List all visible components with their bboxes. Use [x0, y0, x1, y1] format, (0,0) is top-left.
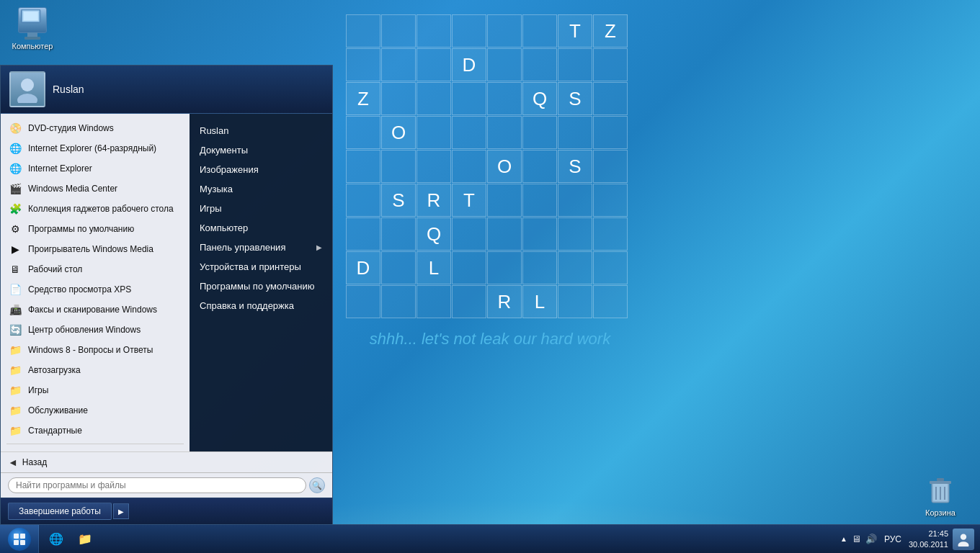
- program-label-fax: Факсы и сканирование Windows: [28, 305, 157, 315]
- system-link-documents[interactable]: Документы: [190, 140, 332, 160]
- grid-cell: [593, 184, 628, 217]
- tray-user-icon[interactable]: [953, 529, 974, 550]
- grid-cell: Q: [416, 217, 451, 251]
- grid-cell: Q: [522, 82, 557, 115]
- shutdown-arrow-button[interactable]: ▶: [113, 503, 129, 519]
- left-column: 📀 DVD-студия Windows 🌐 Internet Explorer…: [1, 114, 190, 451]
- volume-tray-icon[interactable]: 🔊: [865, 534, 877, 544]
- recycle-bin-label: Корзина: [925, 508, 956, 517]
- svg-point-10: [21, 78, 34, 91]
- grid-cell: [381, 14, 416, 48]
- grid-cell: [558, 217, 592, 251]
- grid-cell: [522, 150, 557, 183]
- program-item-win8[interactable]: 📁 Windows 8 - Вопросы и Ответы: [1, 340, 190, 360]
- system-link-arrow: ▶: [316, 243, 322, 251]
- program-item-startup[interactable]: 📁 Автозагрузка: [1, 360, 190, 380]
- svg-rect-2: [24, 12, 38, 20]
- back-section[interactable]: ◄ Назад: [1, 451, 332, 472]
- desktop-computer-icon[interactable]: Компьютер: [7, 7, 58, 50]
- program-item-default_programs[interactable]: ⚙ Программы по умолчанию: [1, 219, 190, 239]
- grid-cell: [452, 217, 486, 251]
- grid-cell: [593, 116, 628, 149]
- program-icon-service: 📁: [8, 403, 22, 418]
- taskbar-items: 🌐 📁: [39, 526, 834, 552]
- start-menu: Ruslan 📀 DVD-студия Windows 🌐 Internet E…: [0, 65, 333, 524]
- program-item-desktop[interactable]: 🖥 Рабочий стол: [1, 259, 190, 279]
- program-item-ie64[interactable]: 🌐 Internet Explorer (64-разрядный): [1, 138, 190, 158]
- system-link-default_progs[interactable]: Программы по умолчанию: [190, 276, 332, 296]
- grid-cell: [416, 14, 451, 48]
- language-indicator[interactable]: РУС: [881, 534, 904, 544]
- grid-cell: [487, 14, 522, 48]
- program-item-service[interactable]: 📁 Обслуживание: [1, 400, 190, 421]
- grid-cell: [487, 251, 522, 284]
- program-item-std[interactable]: 📁 Стандартные: [1, 421, 190, 441]
- grid-cell: [558, 48, 592, 81]
- program-item-ie[interactable]: 🌐 Internet Explorer: [1, 158, 190, 179]
- svg-rect-12: [14, 534, 19, 539]
- program-icon-fax: 📠: [8, 302, 22, 317]
- program-item-gadget[interactable]: 🧩 Коллекция гаджетов рабочего стола: [1, 199, 190, 219]
- windows-logo-icon: [13, 533, 26, 546]
- start-menu-body: 📀 DVD-студия Windows 🌐 Internet Explorer…: [1, 114, 332, 451]
- shutdown-button[interactable]: Завершение работы: [8, 503, 112, 520]
- start-menu-header: Ruslan: [1, 66, 332, 114]
- system-link-images[interactable]: Изображения: [190, 160, 332, 179]
- search-input[interactable]: [8, 477, 306, 493]
- tray-expand-button[interactable]: ▲: [840, 535, 847, 543]
- start-button[interactable]: [0, 525, 39, 554]
- program-label-wmc: Windows Media Center: [28, 184, 117, 194]
- taskbar-explorer[interactable]: 📁: [71, 526, 99, 552]
- grid-cell: L: [416, 251, 451, 284]
- system-link-help[interactable]: Справка и поддержка: [190, 296, 332, 315]
- program-label-ie: Internet Explorer: [28, 163, 92, 174]
- program-label-service: Обслуживание: [28, 405, 88, 415]
- grid-cell: [522, 48, 557, 81]
- clock-area[interactable]: 21:45 30.06.2011: [909, 529, 948, 549]
- system-link-label-computer: Компьютер: [200, 222, 248, 233]
- program-icon-update: 🔄: [8, 323, 22, 337]
- program-label-xps: Средство просмотра XPS: [28, 284, 131, 295]
- svg-rect-14: [14, 540, 19, 545]
- network-tray-icon[interactable]: 🖥: [852, 534, 861, 544]
- program-item-media_player[interactable]: ▶ Проигрыватель Windows Media: [1, 239, 190, 259]
- program-item-update[interactable]: 🔄 Центр обновления Windows: [1, 320, 190, 340]
- taskbar-ie[interactable]: 🌐: [42, 526, 71, 552]
- program-icon-startup: 📁: [8, 363, 22, 377]
- system-link-games_link[interactable]: Игры: [190, 199, 332, 218]
- program-item-dvd[interactable]: 📀 DVD-студия Windows: [1, 118, 190, 138]
- clock-time: 21:45: [928, 529, 948, 539]
- grid-cell: [452, 116, 486, 149]
- program-icon-gadget: 🧩: [8, 202, 22, 216]
- ie-icon: 🌐: [49, 532, 63, 547]
- grid-cell: [452, 251, 486, 284]
- computer-icon-image: [18, 7, 47, 33]
- program-label-default_programs: Программы по умолчанию: [28, 224, 134, 234]
- program-item-wmc[interactable]: 🎬 Windows Media Center: [1, 179, 190, 199]
- program-item-xps[interactable]: 📄 Средство просмотра XPS: [1, 279, 190, 300]
- grid-cell: R: [487, 285, 522, 318]
- program-item-fax[interactable]: 📠 Факсы и сканирование Windows: [1, 300, 190, 320]
- program-label-std: Стандартные: [28, 426, 82, 436]
- grid-cell: [452, 150, 486, 183]
- system-link-devices[interactable]: Устройства и принтеры: [190, 257, 332, 276]
- word-game: TZDZQSOOSSRTQDLRL shhh... let's not leak…: [346, 14, 634, 349]
- windows-orb: [8, 528, 31, 551]
- back-label: Назад: [22, 457, 47, 467]
- grid-cell: [522, 251, 557, 284]
- system-link-ruslan[interactable]: Ruslan: [190, 121, 332, 140]
- program-label-win8: Windows 8 - Вопросы и Ответы: [28, 345, 153, 355]
- search-button[interactable]: 🔍: [309, 477, 325, 493]
- system-link-label-images: Изображения: [200, 164, 259, 175]
- grid-cell: [487, 48, 522, 81]
- desktop-recycle-icon[interactable]: Корзина: [915, 474, 966, 517]
- system-link-music[interactable]: Музыка: [190, 179, 332, 199]
- program-item-games[interactable]: 📁 Игры: [1, 380, 190, 400]
- system-link-control_panel[interactable]: Панель управления ▶: [190, 238, 332, 257]
- program-label-media_player: Проигрыватель Windows Media: [28, 244, 153, 254]
- system-link-computer[interactable]: Компьютер: [190, 218, 332, 238]
- grid-cell: [346, 14, 380, 48]
- left-separator: [6, 444, 184, 444]
- grid-cell: S: [558, 150, 592, 183]
- grid-cell: [522, 116, 557, 149]
